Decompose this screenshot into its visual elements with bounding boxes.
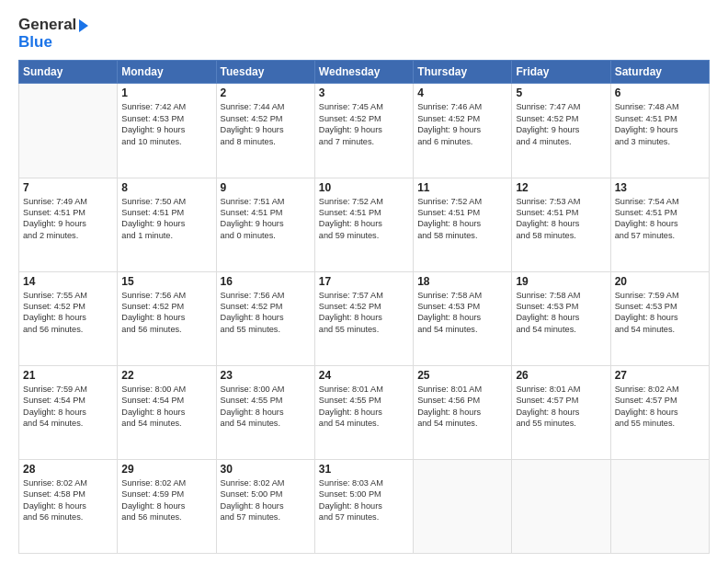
calendar-cell — [610, 459, 709, 553]
page: General Blue SundayMondayTuesdayWednesda… — [0, 0, 728, 563]
calendar-cell: 22Sunrise: 8:00 AM Sunset: 4:54 PM Dayli… — [118, 365, 216, 459]
calendar-cell: 26Sunrise: 8:01 AM Sunset: 4:57 PM Dayli… — [512, 365, 610, 459]
col-header-tuesday: Tuesday — [216, 61, 314, 84]
calendar-cell: 16Sunrise: 7:56 AM Sunset: 4:52 PM Dayli… — [216, 271, 314, 365]
calendar-cell: 25Sunrise: 8:01 AM Sunset: 4:56 PM Dayli… — [414, 365, 512, 459]
col-header-wednesday: Wednesday — [314, 61, 413, 84]
cell-info: Sunrise: 7:56 AM Sunset: 4:52 PM Dayligh… — [121, 290, 211, 336]
col-header-sunday: Sunday — [19, 61, 118, 84]
day-number: 18 — [417, 275, 507, 288]
day-number: 26 — [516, 369, 606, 382]
calendar-week-row: 28Sunrise: 8:02 AM Sunset: 4:58 PM Dayli… — [19, 459, 710, 553]
calendar-cell: 20Sunrise: 7:59 AM Sunset: 4:53 PM Dayli… — [610, 271, 709, 365]
day-number: 9 — [221, 181, 311, 194]
cell-info: Sunrise: 7:47 AM Sunset: 4:52 PM Dayligh… — [516, 101, 606, 147]
cell-info: Sunrise: 7:48 AM Sunset: 4:51 PM Dayligh… — [615, 101, 705, 147]
col-header-saturday: Saturday — [610, 61, 709, 84]
logo: General Blue — [18, 17, 88, 51]
cell-info: Sunrise: 7:58 AM Sunset: 4:53 PM Dayligh… — [516, 290, 606, 336]
cell-info: Sunrise: 8:01 AM Sunset: 4:56 PM Dayligh… — [417, 384, 507, 430]
day-number: 11 — [417, 181, 507, 194]
day-number: 7 — [23, 181, 113, 194]
calendar-cell: 15Sunrise: 7:56 AM Sunset: 4:52 PM Dayli… — [118, 271, 216, 365]
header: General Blue — [18, 17, 710, 51]
cell-info: Sunrise: 7:58 AM Sunset: 4:53 PM Dayligh… — [417, 290, 507, 336]
calendar-cell: 24Sunrise: 8:01 AM Sunset: 4:55 PM Dayli… — [314, 365, 413, 459]
day-number: 17 — [319, 275, 409, 288]
calendar-cell: 18Sunrise: 7:58 AM Sunset: 4:53 PM Dayli… — [414, 271, 512, 365]
day-number: 22 — [121, 369, 211, 382]
cell-info: Sunrise: 7:52 AM Sunset: 4:51 PM Dayligh… — [417, 196, 507, 242]
day-number: 3 — [319, 86, 409, 99]
day-number: 10 — [319, 181, 409, 194]
cell-info: Sunrise: 7:46 AM Sunset: 4:52 PM Dayligh… — [417, 101, 507, 147]
calendar-cell: 3Sunrise: 7:45 AM Sunset: 4:52 PM Daylig… — [314, 84, 413, 178]
cell-info: Sunrise: 7:50 AM Sunset: 4:51 PM Dayligh… — [121, 196, 211, 242]
calendar-cell: 1Sunrise: 7:42 AM Sunset: 4:53 PM Daylig… — [118, 84, 216, 178]
cell-info: Sunrise: 8:02 AM Sunset: 4:59 PM Dayligh… — [121, 477, 211, 523]
calendar-cell: 7Sunrise: 7:49 AM Sunset: 4:51 PM Daylig… — [19, 178, 118, 271]
day-number: 24 — [319, 369, 409, 382]
cell-info: Sunrise: 7:42 AM Sunset: 4:53 PM Dayligh… — [121, 101, 211, 147]
calendar-cell: 11Sunrise: 7:52 AM Sunset: 4:51 PM Dayli… — [414, 178, 512, 271]
calendar-cell: 2Sunrise: 7:44 AM Sunset: 4:52 PM Daylig… — [216, 84, 314, 178]
calendar-cell: 12Sunrise: 7:53 AM Sunset: 4:51 PM Dayli… — [512, 178, 610, 271]
calendar-week-row: 21Sunrise: 7:59 AM Sunset: 4:54 PM Dayli… — [19, 365, 710, 459]
day-number: 8 — [121, 181, 211, 194]
col-header-thursday: Thursday — [414, 61, 512, 84]
cell-info: Sunrise: 8:00 AM Sunset: 4:55 PM Dayligh… — [221, 384, 311, 430]
day-number: 31 — [319, 463, 409, 476]
day-number: 15 — [121, 275, 211, 288]
day-number: 27 — [615, 369, 705, 382]
day-number: 23 — [221, 369, 311, 382]
day-number: 6 — [615, 86, 705, 99]
calendar-cell: 14Sunrise: 7:55 AM Sunset: 4:52 PM Dayli… — [19, 271, 118, 365]
day-number: 29 — [121, 463, 211, 476]
cell-info: Sunrise: 8:02 AM Sunset: 4:57 PM Dayligh… — [615, 384, 705, 430]
calendar-week-row: 14Sunrise: 7:55 AM Sunset: 4:52 PM Dayli… — [19, 271, 710, 365]
cell-info: Sunrise: 7:44 AM Sunset: 4:52 PM Dayligh… — [221, 101, 311, 147]
calendar-cell — [414, 459, 512, 553]
day-number: 16 — [221, 275, 311, 288]
cell-info: Sunrise: 7:59 AM Sunset: 4:53 PM Dayligh… — [615, 290, 705, 336]
day-number: 1 — [121, 86, 211, 99]
cell-info: Sunrise: 7:49 AM Sunset: 4:51 PM Dayligh… — [23, 196, 113, 242]
day-number: 28 — [23, 463, 113, 476]
calendar-cell: 6Sunrise: 7:48 AM Sunset: 4:51 PM Daylig… — [610, 84, 709, 178]
day-number: 19 — [516, 275, 606, 288]
cell-info: Sunrise: 7:55 AM Sunset: 4:52 PM Dayligh… — [23, 290, 113, 336]
col-header-monday: Monday — [118, 61, 216, 84]
calendar-cell: 17Sunrise: 7:57 AM Sunset: 4:52 PM Dayli… — [314, 271, 413, 365]
cell-info: Sunrise: 7:57 AM Sunset: 4:52 PM Dayligh… — [319, 290, 409, 336]
calendar-cell: 9Sunrise: 7:51 AM Sunset: 4:51 PM Daylig… — [216, 178, 314, 271]
cell-info: Sunrise: 7:51 AM Sunset: 4:51 PM Dayligh… — [221, 196, 311, 242]
cell-info: Sunrise: 7:56 AM Sunset: 4:52 PM Dayligh… — [221, 290, 311, 336]
calendar-week-row: 1Sunrise: 7:42 AM Sunset: 4:53 PM Daylig… — [19, 84, 710, 178]
calendar-cell: 23Sunrise: 8:00 AM Sunset: 4:55 PM Dayli… — [216, 365, 314, 459]
day-number: 12 — [516, 181, 606, 194]
col-header-friday: Friday — [512, 61, 610, 84]
calendar-cell: 28Sunrise: 8:02 AM Sunset: 4:58 PM Dayli… — [19, 459, 118, 553]
cell-info: Sunrise: 7:52 AM Sunset: 4:51 PM Dayligh… — [319, 196, 409, 242]
calendar-cell: 4Sunrise: 7:46 AM Sunset: 4:52 PM Daylig… — [414, 84, 512, 178]
calendar-cell: 5Sunrise: 7:47 AM Sunset: 4:52 PM Daylig… — [512, 84, 610, 178]
day-number: 14 — [23, 275, 113, 288]
day-number: 25 — [417, 369, 507, 382]
calendar-table: SundayMondayTuesdayWednesdayThursdayFrid… — [18, 60, 710, 554]
cell-info: Sunrise: 8:00 AM Sunset: 4:54 PM Dayligh… — [121, 384, 211, 430]
calendar-cell — [512, 459, 610, 553]
calendar-cell: 27Sunrise: 8:02 AM Sunset: 4:57 PM Dayli… — [610, 365, 709, 459]
calendar-cell: 31Sunrise: 8:03 AM Sunset: 5:00 PM Dayli… — [314, 459, 413, 553]
calendar-cell — [19, 84, 118, 178]
calendar-cell: 10Sunrise: 7:52 AM Sunset: 4:51 PM Dayli… — [314, 178, 413, 271]
calendar-cell: 30Sunrise: 8:02 AM Sunset: 5:00 PM Dayli… — [216, 459, 314, 553]
cell-info: Sunrise: 7:53 AM Sunset: 4:51 PM Dayligh… — [516, 196, 606, 242]
day-number: 20 — [615, 275, 705, 288]
calendar-cell: 29Sunrise: 8:02 AM Sunset: 4:59 PM Dayli… — [118, 459, 216, 553]
calendar-header-row: SundayMondayTuesdayWednesdayThursdayFrid… — [19, 61, 710, 84]
cell-info: Sunrise: 7:45 AM Sunset: 4:52 PM Dayligh… — [319, 101, 409, 147]
cell-info: Sunrise: 8:01 AM Sunset: 4:57 PM Dayligh… — [516, 384, 606, 430]
cell-info: Sunrise: 8:01 AM Sunset: 4:55 PM Dayligh… — [319, 384, 409, 430]
day-number: 21 — [23, 369, 113, 382]
calendar-week-row: 7Sunrise: 7:49 AM Sunset: 4:51 PM Daylig… — [19, 178, 710, 271]
